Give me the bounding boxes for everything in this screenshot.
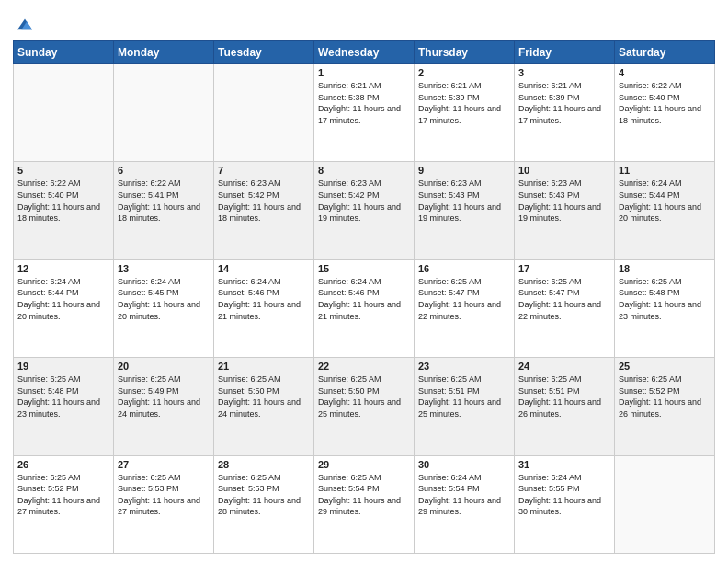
day-info: Sunrise: 6:23 AMSunset: 5:42 PMDaylight:… [318,178,410,224]
day-number: 19 [17,361,109,372]
calendar-cell: 14Sunrise: 6:24 AMSunset: 5:46 PMDayligh… [214,259,314,357]
day-number: 29 [318,459,410,470]
day-number: 18 [619,263,711,274]
page: SundayMondayTuesdayWednesdayThursdayFrid… [0,0,728,563]
day-info: Sunrise: 6:25 AMSunset: 5:47 PMDaylight:… [418,276,510,322]
day-number: 1 [318,67,410,78]
calendar-cell: 18Sunrise: 6:25 AMSunset: 5:48 PMDayligh… [615,259,715,357]
calendar-cell: 24Sunrise: 6:25 AMSunset: 5:51 PMDayligh… [515,358,615,455]
calendar-cell [114,64,214,162]
day-info: Sunrise: 6:25 AMSunset: 5:50 PMDaylight:… [318,373,410,419]
calendar-cell: 28Sunrise: 6:25 AMSunset: 5:53 PMDayligh… [214,455,314,553]
week-row-2: 5Sunrise: 6:22 AMSunset: 5:40 PMDaylight… [14,162,715,259]
calendar-cell: 1Sunrise: 6:21 AMSunset: 5:38 PMDaylight… [314,64,415,162]
calendar-cell: 26Sunrise: 6:25 AMSunset: 5:52 PMDayligh… [14,455,114,553]
day-number: 10 [518,165,610,176]
day-number: 17 [518,263,610,274]
day-info: Sunrise: 6:23 AMSunset: 5:43 PMDaylight:… [518,178,610,224]
calendar-cell: 2Sunrise: 6:21 AMSunset: 5:39 PMDaylight… [415,64,515,162]
weekday-header-friday: Friday [515,41,615,64]
day-info: Sunrise: 6:24 AMSunset: 5:45 PMDaylight:… [118,276,210,322]
weekday-header-sunday: Sunday [14,41,114,64]
logo-icon [15,15,35,35]
day-number: 12 [17,263,109,274]
day-info: Sunrise: 6:25 AMSunset: 5:51 PMDaylight:… [518,373,610,419]
weekday-header-thursday: Thursday [415,41,515,64]
calendar-cell [615,455,715,553]
calendar-cell: 25Sunrise: 6:25 AMSunset: 5:52 PMDayligh… [615,358,715,455]
day-info: Sunrise: 6:21 AMSunset: 5:39 PMDaylight:… [418,80,510,126]
day-number: 28 [218,459,310,470]
week-row-4: 19Sunrise: 6:25 AMSunset: 5:48 PMDayligh… [14,358,715,455]
day-number: 14 [218,263,310,274]
day-info: Sunrise: 6:24 AMSunset: 5:44 PMDaylight:… [17,276,109,322]
calendar-cell [214,64,314,162]
calendar-cell: 19Sunrise: 6:25 AMSunset: 5:48 PMDayligh… [14,358,114,455]
logo [13,13,35,35]
day-info: Sunrise: 6:25 AMSunset: 5:50 PMDaylight:… [218,373,310,419]
weekday-header-monday: Monday [114,41,214,64]
day-info: Sunrise: 6:25 AMSunset: 5:47 PMDaylight:… [518,276,610,322]
calendar-cell: 4Sunrise: 6:22 AMSunset: 5:40 PMDaylight… [615,64,715,162]
calendar-cell: 8Sunrise: 6:23 AMSunset: 5:42 PMDaylight… [314,162,415,259]
day-info: Sunrise: 6:25 AMSunset: 5:53 PMDaylight:… [218,472,310,518]
weekday-header-saturday: Saturday [615,41,715,64]
calendar-cell: 21Sunrise: 6:25 AMSunset: 5:50 PMDayligh… [214,358,314,455]
calendar-cell: 11Sunrise: 6:24 AMSunset: 5:44 PMDayligh… [615,162,715,259]
weekday-header-tuesday: Tuesday [214,41,314,64]
day-number: 15 [318,263,410,274]
calendar-cell: 6Sunrise: 6:22 AMSunset: 5:41 PMDaylight… [114,162,214,259]
calendar-cell: 27Sunrise: 6:25 AMSunset: 5:53 PMDayligh… [114,455,214,553]
calendar-cell: 31Sunrise: 6:24 AMSunset: 5:55 PMDayligh… [515,455,615,553]
day-info: Sunrise: 6:25 AMSunset: 5:48 PMDaylight:… [619,276,711,322]
calendar-cell: 16Sunrise: 6:25 AMSunset: 5:47 PMDayligh… [415,259,515,357]
header [13,9,715,35]
day-info: Sunrise: 6:24 AMSunset: 5:46 PMDaylight:… [318,276,410,322]
day-number: 6 [118,165,210,176]
day-info: Sunrise: 6:22 AMSunset: 5:40 PMDaylight:… [17,178,109,224]
calendar-cell: 10Sunrise: 6:23 AMSunset: 5:43 PMDayligh… [515,162,615,259]
calendar-cell: 23Sunrise: 6:25 AMSunset: 5:51 PMDayligh… [415,358,515,455]
day-info: Sunrise: 6:24 AMSunset: 5:46 PMDaylight:… [218,276,310,322]
day-info: Sunrise: 6:21 AMSunset: 5:39 PMDaylight:… [518,80,610,126]
day-info: Sunrise: 6:25 AMSunset: 5:54 PMDaylight:… [318,472,410,518]
day-number: 23 [418,361,510,372]
calendar-cell: 20Sunrise: 6:25 AMSunset: 5:49 PMDayligh… [114,358,214,455]
calendar-cell: 29Sunrise: 6:25 AMSunset: 5:54 PMDayligh… [314,455,415,553]
day-number: 8 [318,165,410,176]
day-number: 27 [118,459,210,470]
day-number: 25 [619,361,711,372]
day-number: 5 [17,165,109,176]
day-info: Sunrise: 6:24 AMSunset: 5:54 PMDaylight:… [418,472,510,518]
day-info: Sunrise: 6:25 AMSunset: 5:49 PMDaylight:… [118,373,210,419]
day-number: 3 [518,67,610,78]
calendar-cell: 13Sunrise: 6:24 AMSunset: 5:45 PMDayligh… [114,259,214,357]
day-info: Sunrise: 6:25 AMSunset: 5:51 PMDaylight:… [418,373,510,419]
week-row-1: 1Sunrise: 6:21 AMSunset: 5:38 PMDaylight… [14,64,715,162]
day-info: Sunrise: 6:25 AMSunset: 5:52 PMDaylight:… [17,472,109,518]
week-row-3: 12Sunrise: 6:24 AMSunset: 5:44 PMDayligh… [14,259,715,357]
day-number: 30 [418,459,510,470]
day-number: 7 [218,165,310,176]
day-number: 22 [318,361,410,372]
calendar-cell: 9Sunrise: 6:23 AMSunset: 5:43 PMDaylight… [415,162,515,259]
calendar-cell: 5Sunrise: 6:22 AMSunset: 5:40 PMDaylight… [14,162,114,259]
day-info: Sunrise: 6:22 AMSunset: 5:41 PMDaylight:… [118,178,210,224]
calendar-cell: 15Sunrise: 6:24 AMSunset: 5:46 PMDayligh… [314,259,415,357]
day-number: 31 [518,459,610,470]
week-row-5: 26Sunrise: 6:25 AMSunset: 5:52 PMDayligh… [14,455,715,553]
day-info: Sunrise: 6:25 AMSunset: 5:53 PMDaylight:… [118,472,210,518]
day-info: Sunrise: 6:23 AMSunset: 5:42 PMDaylight:… [218,178,310,224]
day-number: 9 [418,165,510,176]
day-number: 11 [619,165,711,176]
weekday-header-wednesday: Wednesday [314,41,415,64]
day-info: Sunrise: 6:25 AMSunset: 5:48 PMDaylight:… [17,373,109,419]
day-number: 26 [17,459,109,470]
calendar-cell: 17Sunrise: 6:25 AMSunset: 5:47 PMDayligh… [515,259,615,357]
calendar-cell [14,64,114,162]
day-info: Sunrise: 6:24 AMSunset: 5:44 PMDaylight:… [619,178,711,224]
day-number: 20 [118,361,210,372]
calendar-table: SundayMondayTuesdayWednesdayThursdayFrid… [13,40,715,554]
day-info: Sunrise: 6:21 AMSunset: 5:38 PMDaylight:… [318,80,410,126]
day-number: 13 [118,263,210,274]
